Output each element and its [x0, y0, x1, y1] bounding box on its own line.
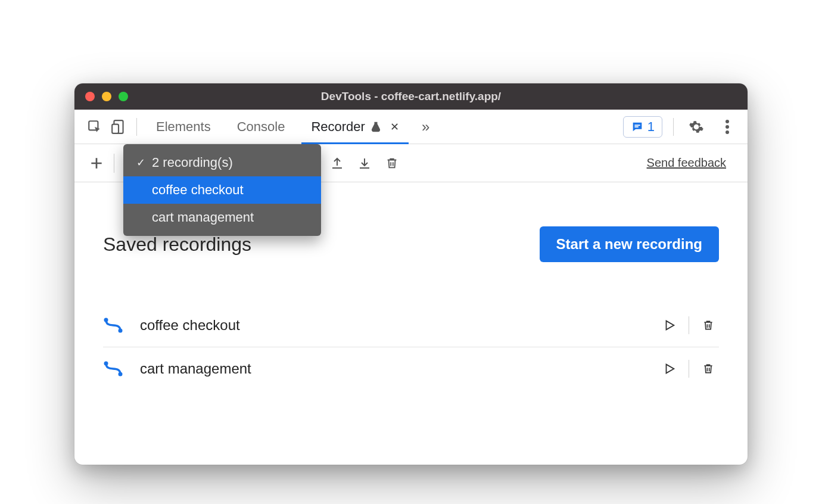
separator	[689, 316, 689, 334]
separator	[136, 118, 137, 136]
tab-console[interactable]: Console	[224, 110, 298, 144]
tab-label: Recorder	[311, 119, 365, 135]
device-toolbar-icon[interactable]	[107, 115, 130, 139]
recording-row[interactable]: coffee checkout	[103, 304, 719, 347]
delete-icon[interactable]	[378, 150, 406, 177]
import-icon[interactable]	[351, 150, 378, 177]
more-tabs-icon[interactable]: »	[412, 119, 439, 135]
window-minimize-button[interactable]	[102, 92, 111, 101]
recording-row[interactable]: cart management	[103, 347, 719, 390]
svg-point-6	[726, 125, 729, 129]
dropdown-item-label: cart management	[152, 210, 254, 225]
issues-chip[interactable]: 1	[623, 116, 662, 138]
tab-label: Elements	[156, 119, 211, 135]
window-title: DevTools - coffee-cart.netlify.app/	[74, 90, 748, 103]
flow-icon	[103, 316, 130, 334]
window-close-button[interactable]	[85, 92, 95, 101]
window-zoom-button[interactable]	[119, 92, 128, 101]
export-icon[interactable]	[323, 150, 351, 177]
svg-point-7	[726, 130, 729, 134]
settings-icon[interactable]	[684, 115, 708, 139]
titlebar: DevTools - coffee-cart.netlify.app/	[74, 83, 748, 110]
issues-count: 1	[647, 119, 655, 135]
svg-rect-2	[112, 124, 119, 133]
dropdown-item-cart-management[interactable]: cart management	[123, 204, 321, 231]
tab-label: Console	[237, 119, 285, 135]
experiment-icon	[370, 121, 382, 133]
inspect-element-icon[interactable]	[83, 115, 107, 139]
devtools-window: DevTools - coffee-cart.netlify.app/ Elem…	[74, 83, 748, 465]
check-icon: ✓	[135, 156, 146, 169]
separator	[689, 360, 689, 378]
tab-elements[interactable]: Elements	[143, 110, 224, 144]
recordings-dropdown: ✓ 2 recording(s) coffee checkout cart ma…	[123, 144, 321, 236]
devtools-tabstrip: Elements Console Recorder ✕ »	[74, 110, 748, 144]
dropdown-item-label: coffee checkout	[152, 182, 244, 198]
play-recording-icon[interactable]	[659, 358, 680, 379]
delete-recording-icon[interactable]	[698, 315, 719, 336]
svg-point-5	[726, 120, 729, 123]
recorder-content: Saved recordings Start a new recording c…	[74, 226, 748, 465]
svg-rect-3	[634, 125, 640, 126]
tab-recorder[interactable]: Recorder ✕	[298, 110, 412, 144]
recorder-toolbar: Send feedback ✓ 2 recording(s) coffee ch…	[74, 144, 748, 182]
separator	[114, 154, 114, 173]
close-tab-icon[interactable]: ✕	[390, 120, 399, 133]
separator	[673, 118, 674, 136]
recordings-list: coffee checkout	[103, 304, 719, 390]
dropdown-summary-row[interactable]: ✓ 2 recording(s)	[123, 149, 321, 176]
dropdown-item-coffee-checkout[interactable]: coffee checkout	[123, 176, 321, 204]
svg-rect-4	[634, 126, 638, 127]
play-recording-icon[interactable]	[659, 315, 680, 336]
recording-name: coffee checkout	[140, 317, 240, 334]
dropdown-summary-label: 2 recording(s)	[152, 155, 233, 170]
new-recording-icon[interactable]	[83, 150, 110, 177]
delete-recording-icon[interactable]	[698, 358, 719, 379]
flow-icon	[103, 360, 130, 378]
traffic-lights	[74, 92, 128, 101]
page-title: Saved recordings	[103, 234, 251, 256]
recording-name: cart management	[140, 360, 251, 377]
send-feedback-link[interactable]: Send feedback	[647, 156, 739, 170]
more-options-icon[interactable]	[715, 115, 739, 139]
start-new-recording-button[interactable]: Start a new recording	[540, 226, 719, 262]
chat-icon	[631, 120, 644, 133]
